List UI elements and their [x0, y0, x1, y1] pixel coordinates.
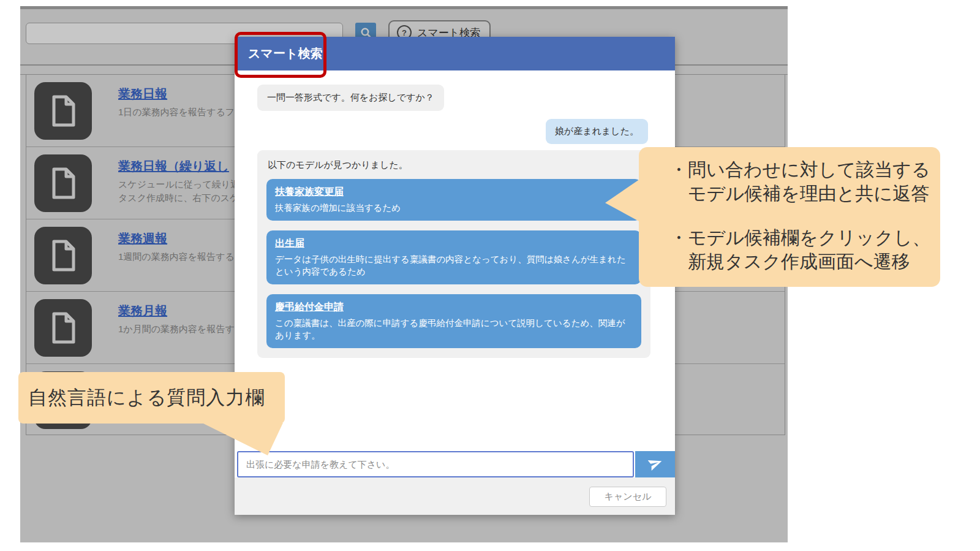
annotation-right-callout: ・問い合わせに対して該当する モデル候補を理由と共に返答 ・モデル候補欄をクリッ…	[639, 147, 940, 287]
bot-message-bubble: 一問一答形式です。何をお探しですか？	[257, 85, 444, 111]
model-card-title[interactable]: 慶弔給付金申請	[275, 301, 633, 314]
model-card-reason: この稟議書は、出産の際に申請する慶弔給付金申請について説明しているため、関連が	[275, 317, 633, 329]
model-card-shusseitodoke[interactable]: 出生届 データは子供の出生時に提出する稟議書の内容となっており、質問は娘さんが生…	[266, 230, 641, 284]
user-message-bubble: 娘が産まれました。	[546, 119, 648, 144]
bot-response-bubble: 以下のモデルが見つかりました。 扶養家族変更届 扶養家族の増加に該当するため 出…	[257, 150, 650, 358]
model-card-reason: という内容であるため	[275, 265, 633, 278]
model-card-reason: あります。	[275, 329, 633, 341]
model-card-title[interactable]: 出生届	[275, 237, 633, 250]
results-intro: 以下のモデルが見つかりました。	[268, 159, 640, 171]
question-input[interactable]	[237, 451, 634, 477]
paper-plane-icon	[648, 456, 663, 473]
screenshot-canvas: ? スマート検索 業務日報 1日の業務内容を報告するフ	[0, 0, 980, 551]
model-card-reason: 扶養家族の増加に該当するため	[275, 202, 633, 214]
send-button[interactable]	[635, 451, 675, 477]
smart-search-modal: スマート検索 一問一答形式です。何をお探しですか？ 娘が産まれました。 以下のモ…	[235, 37, 675, 515]
question-input-row	[237, 451, 675, 477]
annotation-bullet: ・モデル候補欄をクリックし、 新規タスク作成画面へ遷移	[669, 226, 940, 273]
modal-footer: キャンセル	[235, 477, 675, 515]
model-card-title[interactable]: 扶養家族変更届	[275, 186, 633, 199]
chat-area: 一問一答形式です。何をお探しですか？ 娘が産まれました。 以下のモデルが見つかり…	[235, 70, 675, 477]
model-card-reason: データは子供の出生時に提出する稟議書の内容となっており、質問は娘さんが生まれた	[275, 253, 633, 265]
annotation-right-callout-tail	[603, 177, 641, 224]
model-card-fuyoukazoku[interactable]: 扶養家族変更届 扶養家族の増加に該当するため	[266, 179, 641, 221]
annotation-left-callout-tail	[202, 423, 285, 456]
red-highlight-box	[235, 32, 326, 78]
cancel-button[interactable]: キャンセル	[589, 487, 666, 507]
model-card-keichoukyuufu[interactable]: 慶弔給付金申請 この稟議書は、出産の際に申請する慶弔給付金申請について説明してい…	[266, 294, 641, 348]
annotation-left-callout: 自然言語による質問入力欄	[18, 372, 285, 424]
annotation-bullet: ・問い合わせに対して該当する モデル候補を理由と共に返答	[669, 158, 940, 205]
